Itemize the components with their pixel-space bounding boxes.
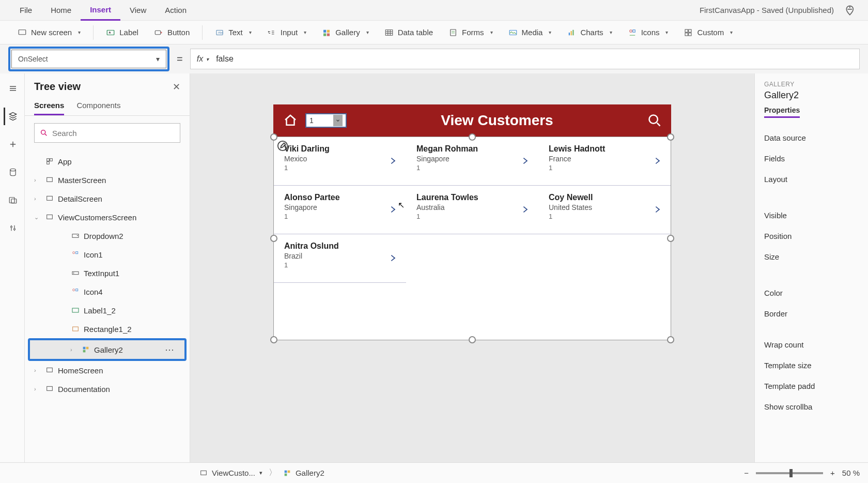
gallery-card[interactable]: Lewis Hadnott France 1 — [538, 137, 671, 186]
gallery-card[interactable]: Laurena Towles Australia 1 — [406, 186, 538, 234]
tree-screen-documentation[interactable]: › Documentation — [25, 380, 190, 398]
ribbon-text[interactable]: Abc Text▾ — [208, 21, 259, 44]
tree-rectangle1-2[interactable]: Rectangle1_2 — [25, 320, 190, 338]
tree-icon1[interactable]: Icon1 — [25, 245, 190, 264]
tree-search[interactable] — [34, 123, 180, 143]
prop-template-padding[interactable]: Template padd — [764, 375, 868, 396]
tree-dropdown2[interactable]: Dropdown2 — [25, 227, 190, 245]
gallery-card[interactable]: Alonso Partee Singapore 1 — [274, 186, 406, 234]
zoom-controls: − + 50 % — [744, 469, 860, 477]
app-canvas[interactable]: 1 View Customers ↖ — [273, 104, 671, 340]
chevron-right-icon[interactable] — [521, 204, 529, 215]
tree-screen-master[interactable]: › MasterScreen — [25, 171, 190, 189]
tab-components[interactable]: Components — [76, 97, 120, 115]
ribbon-charts[interactable]: Charts▾ — [560, 21, 619, 44]
ribbon-media[interactable]: Media▾ — [501, 21, 559, 44]
prop-wrap-count[interactable]: Wrap count — [764, 334, 868, 355]
zoom-slider[interactable] — [756, 472, 823, 474]
tree-textinput1[interactable]: TextInput1 — [25, 264, 190, 282]
tree-screen-viewcustomers[interactable]: ⌄ ViewCustomersScreen — [25, 208, 190, 227]
gallery-card[interactable]: Coy Newell United States 1 — [538, 186, 671, 234]
menu-action[interactable]: Action — [156, 0, 196, 21]
prop-visible[interactable]: Visible — [764, 205, 868, 225]
home-icon[interactable] — [283, 113, 298, 128]
app-header: 1 View Customers — [273, 104, 671, 137]
fx-icon[interactable]: fx▾ — [197, 54, 209, 64]
tree-list: App › MasterScreen › DetailScreen ⌄ View… — [25, 150, 190, 462]
ribbon-data-table[interactable]: Data table — [377, 21, 440, 44]
tree-app[interactable]: App — [25, 152, 190, 171]
svg-rect-49 — [201, 471, 207, 475]
svg-rect-41 — [73, 327, 79, 331]
chevron-right-icon[interactable] — [389, 253, 397, 263]
chevron-right-icon[interactable] — [653, 156, 661, 166]
prop-fields[interactable]: Fields — [764, 148, 868, 169]
breadcrumb-element[interactable]: Gallery2 — [283, 469, 324, 477]
chevron-down-icon[interactable] — [333, 115, 343, 126]
search-icon[interactable] — [647, 113, 662, 128]
svg-rect-32 — [47, 196, 53, 200]
tree-title: Tree view — [34, 81, 81, 93]
tree-screen-home[interactable]: › HomeScreen — [25, 361, 190, 380]
hamburger-icon[interactable] — [4, 80, 21, 97]
chevron-right-icon[interactable] — [521, 156, 529, 166]
svg-rect-52 — [285, 473, 287, 476]
menu-file[interactable]: File — [10, 0, 41, 21]
ribbon-input[interactable]: Input▾ — [260, 21, 314, 44]
prop-position[interactable]: Position — [764, 225, 868, 246]
tree-tabs: Screens Components — [25, 97, 190, 116]
canvas-area[interactable]: 1 View Customers ↖ — [190, 73, 754, 462]
zoom-in-button[interactable]: + — [830, 469, 835, 477]
chevron-right-icon[interactable] — [389, 156, 397, 166]
props-category: GALLERY — [764, 81, 868, 88]
tree-gallery2[interactable]: › Gallery2 ⋯ — [30, 340, 184, 359]
media-pane-icon[interactable] — [4, 191, 21, 209]
insert-pane-icon[interactable] — [4, 135, 21, 153]
formula-value[interactable]: false — [216, 54, 234, 64]
ribbon-icons[interactable]: Icons▾ — [621, 21, 676, 44]
prop-border[interactable]: Border — [764, 303, 868, 324]
gallery-card[interactable]: Viki Darling Mexico 1 — [274, 137, 406, 186]
tab-screens[interactable]: Screens — [34, 97, 64, 115]
ribbon-new-screen[interactable]: New screen▾ — [10, 21, 88, 44]
ribbon-custom[interactable]: Custom▾ — [676, 21, 740, 44]
gallery-card[interactable]: Anitra Oslund Brazil 1 — [274, 234, 406, 283]
more-icon[interactable]: ⋯ — [165, 344, 181, 355]
prop-color[interactable]: Color — [764, 282, 868, 303]
svg-rect-43 — [86, 347, 89, 350]
prop-size[interactable]: Size — [764, 246, 868, 267]
ribbon-button[interactable]: Button — [147, 21, 197, 44]
gallery-selection[interactable]: ↖ Viki Darling Mexico 1 Megan Rohman Sin… — [273, 137, 671, 340]
props-tab-properties[interactable]: Properties — [764, 106, 800, 118]
prop-data-source[interactable]: Data source — [764, 127, 868, 148]
chevron-right-icon[interactable] — [389, 204, 397, 215]
menu-view[interactable]: View — [120, 0, 156, 21]
data-icon[interactable] — [4, 163, 21, 181]
tree-view-icon[interactable] — [4, 108, 21, 125]
tree-label1-2[interactable]: Label1_2 — [25, 301, 190, 320]
close-icon[interactable]: ✕ — [173, 81, 180, 93]
tree-screen-detail[interactable]: › DetailScreen — [25, 189, 190, 208]
tree-search-input[interactable] — [52, 129, 175, 138]
property-selector-highlight: OnSelect ▾ — [8, 47, 169, 71]
menu-insert[interactable]: Insert — [81, 0, 120, 21]
chevron-right-icon[interactable] — [653, 204, 661, 215]
gallery-card[interactable]: Megan Rohman Singapore 1 — [406, 137, 538, 186]
advanced-tools-icon[interactable] — [4, 219, 21, 237]
prop-show-scrollbar[interactable]: Show scrollba — [764, 396, 868, 417]
svg-text:Abc: Abc — [218, 31, 223, 34]
menu-home[interactable]: Home — [41, 0, 81, 21]
formula-bar[interactable]: fx▾ false — [190, 49, 860, 69]
tree-icon4[interactable]: Icon4 — [25, 282, 190, 301]
ribbon-gallery[interactable]: Gallery▾ — [315, 21, 376, 44]
breadcrumb-screen[interactable]: ViewCusto... ▾ — [199, 469, 262, 477]
dropdown-control[interactable]: 1 — [305, 113, 347, 128]
prop-template-size[interactable]: Template size — [764, 355, 868, 375]
ribbon-label[interactable]: Label — [99, 21, 146, 44]
property-selector[interactable]: OnSelect ▾ — [11, 50, 166, 68]
ribbon-forms[interactable]: Forms▾ — [441, 21, 500, 44]
zoom-out-button[interactable]: − — [744, 469, 749, 477]
diagnostics-icon[interactable] — [844, 4, 858, 17]
prop-layout[interactable]: Layout — [764, 169, 868, 189]
svg-rect-21 — [689, 33, 691, 35]
